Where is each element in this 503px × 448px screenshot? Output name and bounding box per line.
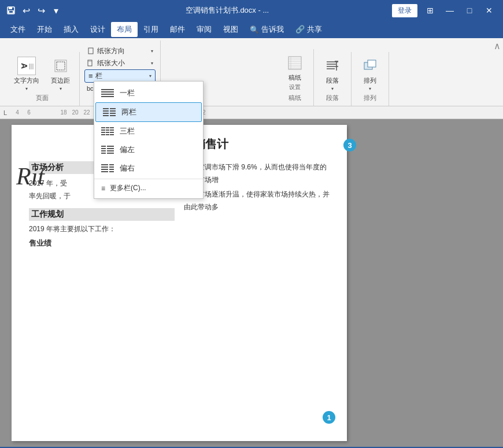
dropdown-divider [94, 179, 203, 179]
column-right-option[interactable]: 偏右 [94, 159, 203, 177]
menu-home[interactable]: 开始 [31, 22, 58, 37]
menu-design[interactable]: 设计 [84, 22, 111, 37]
rit-watermark: Rit [16, 164, 45, 188]
column-two-label: 两栏 [121, 107, 136, 117]
column-two-option[interactable]: 两栏 [95, 102, 202, 122]
columns-arrow: ▾ [149, 73, 151, 79]
svg-rect-3 [9, 11, 13, 13]
doc-right-column: 家用空调市场下滑 9.6%，从而也使得当年度的家装市场增 整体市场逐渐升温，使得… [184, 161, 330, 249]
maximize-icon[interactable]: □ [460, 1, 479, 20]
minimize-icon[interactable]: — [441, 1, 459, 20]
paragraph-button[interactable]: 段落 ▾ [319, 54, 346, 94]
more-columns-icon: ≡ [101, 184, 105, 192]
ribbon: A ||| 文字方向 ▾ 页边距 ▾ 页面 [0, 38, 503, 106]
ruler: L 4 6 18 20 22 24 26 28 30 32 34 36 38 4… [0, 106, 503, 119]
menu-file[interactable]: 文件 [5, 22, 31, 37]
login-button[interactable]: 登录 [392, 4, 417, 17]
arrange-group-label: 排列 [356, 94, 384, 103]
paragraph-icon [323, 57, 342, 75]
undo-icon[interactable]: ↩ [20, 4, 32, 17]
column-right-label: 偏右 [120, 163, 135, 173]
section2-title: 工作规划 [29, 208, 175, 221]
paragraph-label: 段落 [326, 76, 339, 85]
step-badge-3: 3 [343, 139, 356, 151]
page-margin-icon [51, 57, 70, 75]
menu-insert[interactable]: 插入 [58, 22, 84, 37]
ribbon-group-paragraph: 段落 ▾ 段落 [314, 52, 352, 106]
page-margin-arrow: ▾ [60, 86, 62, 91]
document-title: 空调销售计划书.docx - ... [62, 5, 392, 16]
paper-size-label: 纸张大小 [97, 58, 125, 68]
column-left-label: 偏左 [120, 145, 135, 155]
columns-dropdown: 一栏 两栏 三栏 偏左 [94, 81, 204, 199]
column-one-option[interactable]: 一栏 [94, 84, 203, 102]
menu-search[interactable]: 🔍 告诉我 [244, 22, 290, 37]
paragraph-arrow: ▾ [331, 86, 334, 91]
title-bar-left-icons: ↩ ↪ ▾ [5, 4, 62, 17]
menu-review[interactable]: 审阅 [191, 22, 217, 37]
customize-icon[interactable]: ▾ [50, 4, 62, 17]
menu-references[interactable]: 引用 [138, 22, 164, 37]
svg-rect-9 [289, 57, 301, 69]
text-direction-button[interactable]: A ||| 文字方向 ▾ [9, 54, 44, 94]
column-one-label: 一栏 [120, 88, 135, 98]
ribbon-group-arrange: 排列 ▾ 排列 [352, 52, 389, 106]
draft-settings-button[interactable]: 稿纸 设置 [281, 51, 309, 94]
column-three-icon [101, 125, 114, 137]
paper-orientation-button[interactable]: 纸张方向 ▾ [84, 45, 156, 57]
menu-share[interactable]: 🔗 共享 [290, 22, 328, 37]
svg-rect-7 [88, 60, 92, 66]
svg-rect-5 [57, 62, 65, 70]
section2-sub: 2019 年将主要抓以下工作： [29, 223, 175, 236]
step-badge-1: 1 [323, 411, 335, 424]
ribbon-scroll-arrow[interactable]: ∧ [494, 40, 501, 51]
page-group-label: 页面 [9, 94, 75, 103]
menu-bar: 文件 开始 插入 设计 布局 引用 邮件 审阅 视图 🔍 告诉我 🔗 共享 [0, 21, 503, 38]
text-direction-label: 文字方向 [14, 76, 39, 85]
redo-icon[interactable]: ↪ [35, 4, 47, 17]
section1-text4: 整体市场逐渐升温，使得家装市场持续火热，并由此带动多 [184, 188, 330, 213]
section1-text2: 家用空调市场下滑 9.6%，从而也使得当年度的家装市场增 [184, 161, 330, 186]
more-columns-option[interactable]: ≡ 更多栏(C)... [94, 180, 203, 196]
section2-item: 售业绩 [29, 238, 175, 249]
svg-rect-23 [368, 60, 376, 67]
paper-orientation-label: 纸张方向 [97, 46, 125, 56]
close-icon[interactable]: ✕ [480, 1, 498, 20]
arrange-arrow: ▾ [369, 86, 371, 91]
column-left-option[interactable]: 偏左 [94, 140, 203, 159]
column-left-icon [101, 144, 114, 155]
text-direction-icon: A ||| [17, 57, 36, 75]
paper-size-icon [87, 60, 95, 68]
arrange-icon [361, 57, 379, 75]
ribbon-arrange-content: 排列 ▾ [356, 54, 384, 94]
save-icon[interactable] [5, 4, 17, 17]
restore-icon[interactable]: ⊞ [421, 1, 439, 20]
svg-rect-6 [88, 48, 93, 54]
menu-layout[interactable]: 布局 [111, 22, 138, 37]
paragraph-group-label: 段落 [319, 94, 346, 103]
column-three-label: 三栏 [120, 126, 135, 136]
draft-settings-icon [286, 54, 304, 72]
ribbon-group-draft: 稿纸 设置 稿纸 [276, 49, 314, 106]
paper-size-button[interactable]: 纸张大小 ▾ [84, 57, 156, 69]
column-three-option[interactable]: 三栏 [94, 122, 203, 140]
draft-settings-label: 稿纸 [289, 73, 301, 82]
paper-size-arrow: ▾ [151, 61, 153, 66]
page-margin-button[interactable]: 页边距 ▾ [46, 54, 75, 94]
column-two-icon [103, 106, 116, 118]
arrange-button[interactable]: 排列 ▾ [356, 54, 384, 94]
menu-mail[interactable]: 邮件 [164, 22, 191, 37]
paper-orientation-icon [87, 47, 95, 55]
paper-orient-arrow: ▾ [151, 49, 153, 54]
menu-view[interactable]: 视图 [217, 22, 244, 37]
draft-settings-sub: 设置 [289, 83, 301, 91]
ruler-label: L [3, 109, 7, 116]
column-one-icon [101, 87, 114, 99]
window-controls: ⊞ — □ ✕ [421, 1, 498, 20]
column-right-icon [101, 162, 114, 174]
ribbon-paragraph-content: 段落 ▾ [319, 54, 346, 94]
svg-rect-1 [9, 7, 12, 9]
ribbon-draft-content: 稿纸 设置 [281, 51, 309, 94]
arrange-label: 排列 [364, 76, 376, 85]
ribbon-group-text-dir: A ||| 文字方向 ▾ 页边距 ▾ 页面 [5, 52, 80, 106]
